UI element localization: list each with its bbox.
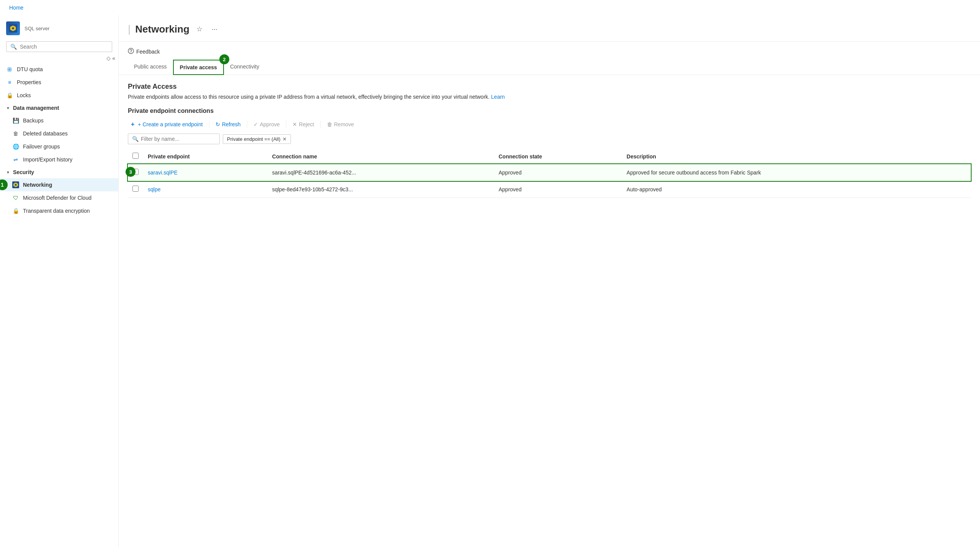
- select-all-checkbox[interactable]: [132, 153, 139, 159]
- row1-endpoint: saravi.sqlPE: [143, 164, 268, 181]
- tabs-bar: Public access Private access 2 Connectiv…: [119, 60, 980, 75]
- row2-endpoint: sqlpe: [143, 181, 268, 198]
- col-connection-name: Connection name: [268, 149, 494, 164]
- sidebar-group-data-management[interactable]: ▼ Data management: [0, 102, 118, 114]
- filter-tag: Private endpoint == (All) ✕: [223, 134, 291, 144]
- sidebar-item-microsoft-defender[interactable]: 🛡 Microsoft Defender for Cloud: [0, 191, 118, 204]
- table-row: sqlpe sqlpe-8ed47e93-10b5-4272-9c3... Ap…: [128, 181, 971, 198]
- row1-connection-state: Approved: [494, 164, 622, 181]
- section-title: Private Access: [128, 83, 971, 91]
- sidebar-group-security[interactable]: ▼ Security: [0, 166, 118, 178]
- sql-server-icon: [6, 21, 20, 35]
- encryption-icon: 🔒: [12, 207, 19, 214]
- approve-button[interactable]: ✓ Approve: [250, 119, 283, 129]
- sidebar-search-input[interactable]: [20, 44, 108, 50]
- history-icon: ⇌: [12, 156, 19, 163]
- col-connection-state: Connection state: [494, 149, 622, 164]
- filter-remove-icon[interactable]: ✕: [283, 136, 287, 142]
- sidebar-item-transparent-data-encryption[interactable]: 🔒 Transparent data encryption: [0, 204, 118, 217]
- private-access-content: Private Access Private endpoints allow a…: [119, 75, 980, 205]
- refresh-button[interactable]: ↻ Refresh: [212, 119, 244, 129]
- sidebar-item-import-export-history[interactable]: ⇌ Import/Export history: [0, 153, 118, 166]
- learn-more-link[interactable]: Learn: [491, 94, 505, 100]
- row1-endpoint-link[interactable]: saravi.sqlPE: [148, 170, 178, 176]
- filter-input-box[interactable]: 🔍: [128, 134, 220, 144]
- chevron-down-icon: ▼: [6, 106, 10, 110]
- home-link[interactable]: Home: [9, 5, 23, 11]
- sidebar-header: SQL server: [0, 15, 118, 38]
- tab-connectivity[interactable]: Connectivity: [224, 60, 265, 75]
- sidebar-resource-name: SQL server: [24, 26, 49, 31]
- sidebar-search-box[interactable]: 🔍: [6, 41, 112, 52]
- sidebar-item-dtu-quota[interactable]: ⊞ DTU quota: [0, 63, 118, 76]
- sidebar-item-deleted-databases[interactable]: 🗑 Deleted databases: [0, 127, 118, 140]
- endpoints-table: Private endpoint Connection name Connect…: [128, 149, 971, 198]
- create-endpoint-button[interactable]: + + Create a private endpoint: [128, 119, 206, 130]
- section-description: Private endpoints allow access to this r…: [128, 94, 971, 100]
- row1-checkbox-cell: 3: [128, 164, 143, 181]
- network-icon: [12, 181, 19, 188]
- row2-endpoint-link[interactable]: sqlpe: [148, 186, 160, 192]
- svg-point-5: [131, 52, 131, 53]
- row2-description: Auto-approved: [622, 181, 971, 198]
- sidebar-item-networking[interactable]: Networking: [0, 178, 118, 191]
- connections-title: Private endpoint connections: [128, 108, 971, 114]
- more-options-button[interactable]: ···: [209, 24, 220, 35]
- sidebar-item-failover-groups[interactable]: 🌐 Failover groups: [0, 140, 118, 153]
- badge-2: 2: [219, 54, 229, 64]
- page-header: | Networking ☆ ···: [119, 15, 980, 42]
- row1-connection-name: saravi.sqlPE-4d521696-ac6a-452...: [268, 164, 494, 181]
- favorite-button[interactable]: ☆: [194, 23, 205, 35]
- row2-connection-state: Approved: [494, 181, 622, 198]
- col-private-endpoint: Private endpoint: [143, 149, 268, 164]
- filter-name-input[interactable]: [141, 136, 216, 142]
- tab-private-access[interactable]: Private access: [173, 60, 224, 75]
- remove-icon: 🗑: [327, 121, 332, 127]
- sidebar-collapse-button[interactable]: «: [112, 55, 115, 61]
- tab-public-access[interactable]: Public access: [128, 60, 173, 75]
- defender-icon: 🛡: [12, 194, 19, 201]
- plus-icon: +: [131, 121, 134, 128]
- sidebar-pin-button[interactable]: ◇: [106, 55, 111, 61]
- reject-icon: ✕: [292, 121, 297, 127]
- row2-checkbox[interactable]: [132, 186, 139, 192]
- main-content: | Networking ☆ ··· Feedback Public acces…: [119, 15, 980, 547]
- sidebar-item-properties[interactable]: ≡ Properties: [0, 76, 118, 89]
- connections-section: Private endpoint connections + + Create …: [128, 108, 971, 198]
- refresh-icon: ↻: [216, 121, 220, 127]
- row1-description: Approved for secure outbound access from…: [622, 164, 971, 181]
- separator-1: [209, 121, 209, 128]
- page-title: Networking: [135, 23, 189, 35]
- row2-connection-name: sqlpe-8ed47e93-10b5-4272-9c3...: [268, 181, 494, 198]
- sidebar-nav: ⊞ DTU quota ≡ Properties 🔒 Locks ▼ Data …: [0, 63, 118, 540]
- sidebar-item-locks[interactable]: 🔒 Locks: [0, 89, 118, 102]
- trash-icon: 🗑: [12, 130, 19, 137]
- badge-3: 3: [126, 167, 136, 177]
- chart-icon: ⊞: [6, 66, 13, 73]
- separator-4: [320, 121, 321, 128]
- col-description: Description: [622, 149, 971, 164]
- filter-row: 🔍 Private endpoint == (All) ✕: [128, 134, 971, 144]
- chevron-down-icon: ▼: [6, 170, 10, 174]
- header-checkbox-cell: [128, 149, 143, 164]
- sidebar-item-backups[interactable]: 💾 Backups: [0, 114, 118, 127]
- header-pipe: |: [128, 23, 131, 35]
- separator-2: [247, 121, 247, 128]
- separator-3: [286, 121, 286, 128]
- filter-search-icon: 🔍: [132, 136, 139, 142]
- sidebar-item-networking-wrapper: Networking 1: [0, 178, 118, 191]
- approve-icon: ✓: [253, 121, 258, 127]
- svg-point-4: [128, 48, 134, 54]
- globe-icon: 🌐: [12, 143, 19, 150]
- remove-button[interactable]: 🗑 Remove: [324, 119, 357, 129]
- row2-checkbox-cell: [128, 181, 143, 198]
- table-header-row: Private endpoint Connection name Connect…: [128, 149, 971, 164]
- svg-point-3: [15, 184, 17, 186]
- properties-icon: ≡: [6, 79, 13, 86]
- feedback-button[interactable]: Feedback: [128, 46, 160, 57]
- search-icon: 🔍: [10, 44, 17, 50]
- lock-icon: 🔒: [6, 92, 13, 99]
- backup-icon: 💾: [12, 117, 19, 124]
- feedback-icon: [128, 48, 134, 55]
- reject-button[interactable]: ✕ Reject: [289, 119, 317, 129]
